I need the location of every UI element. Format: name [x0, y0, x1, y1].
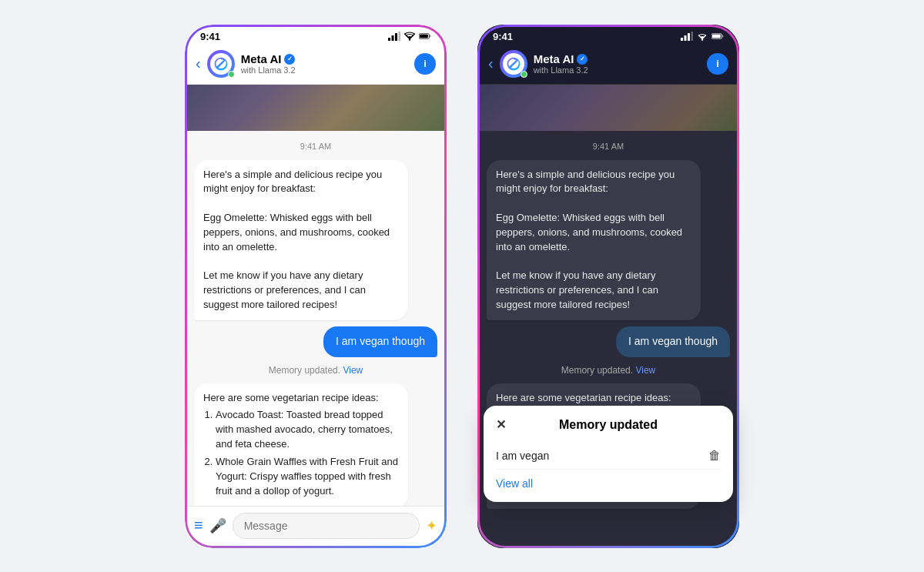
phone-2: 9:41: [477, 25, 739, 548]
memory-item: I am vegan 🗑: [496, 443, 721, 470]
meta-ai-logo-1: [213, 56, 229, 72]
signal-icon: [388, 32, 400, 41]
status-bar-2: 9:41: [477, 25, 739, 45]
svg-point-4: [409, 38, 410, 40]
online-indicator-1: [228, 71, 235, 78]
timestamp-2: 9:41 AM: [487, 142, 730, 151]
svg-rect-3: [399, 32, 401, 41]
status-time-2: 9:41: [493, 31, 513, 42]
header-info-1: Meta AI ✓ with Llama 3.2: [241, 52, 408, 75]
memory-popup-header: ✕ Memory updated: [496, 418, 721, 432]
battery-icon: [419, 32, 431, 41]
svg-rect-11: [691, 32, 694, 41]
memory-view-all[interactable]: View all: [496, 477, 721, 490]
memory-item-text: I am vegan: [496, 450, 549, 462]
svg-rect-1: [392, 35, 394, 41]
ai-bubble-2: Here are some vegetarian recipe ideas: A…: [194, 383, 408, 506]
chat-body-1[interactable]: 9:41 AM Here's a simple and delicious re…: [185, 131, 447, 506]
svg-rect-10: [688, 33, 690, 41]
meta-ai-logo-2: [506, 56, 521, 72]
svg-rect-9: [685, 35, 687, 41]
status-time-1: 9:41: [200, 31, 220, 42]
memory-view-link-2[interactable]: View: [635, 365, 655, 376]
header-name-2: Meta AI ✓: [534, 52, 701, 65]
memory-popup-title: Memory updated: [559, 418, 658, 432]
svg-rect-2: [395, 33, 397, 41]
message-input-1[interactable]: [233, 513, 420, 539]
wifi-icon-2: [696, 32, 708, 41]
sparkle-icon-1: ✦: [426, 517, 437, 534]
svg-point-12: [701, 38, 703, 40]
svg-rect-6: [430, 35, 430, 38]
menu-icon-1[interactable]: ≡: [194, 517, 203, 534]
input-bar-1: ≡ 🎤 ✦: [185, 506, 447, 548]
header-name-1: Meta AI ✓: [241, 52, 408, 65]
hero-image-2: [477, 85, 739, 131]
hero-placeholder-2: [477, 85, 739, 131]
hero-image-1: [185, 85, 447, 131]
status-icons-2: [681, 32, 724, 41]
verified-badge-1: ✓: [284, 54, 295, 65]
online-indicator-2: [521, 71, 527, 78]
header-subtitle-2: with Llama 3.2: [534, 65, 701, 75]
mic-icon-1[interactable]: 🎤: [209, 517, 226, 534]
svg-rect-8: [681, 38, 683, 41]
memory-close-button[interactable]: ✕: [496, 417, 506, 432]
memory-popup: ✕ Memory updated I am vegan 🗑 View all: [484, 406, 733, 502]
header-info-2: Meta AI ✓ with Llama 3.2: [534, 52, 701, 75]
phone-1: 9:41: [185, 25, 447, 548]
memory-notice-1: Memory updated. View: [194, 365, 437, 376]
wifi-icon: [403, 32, 416, 41]
ai-bubble-1: Here's a simple and delicious recipe you…: [194, 160, 408, 320]
back-button-1[interactable]: ‹: [196, 55, 201, 72]
avatar-2: [500, 50, 527, 78]
status-bar-1: 9:41: [185, 25, 447, 45]
timestamp-1: 9:41 AM: [194, 142, 437, 151]
battery-icon-2: [711, 32, 724, 41]
info-button-1[interactable]: i: [414, 53, 436, 75]
back-button-2[interactable]: ‹: [488, 55, 494, 72]
recipe-list-1: Avocado Toast: Toasted bread topped with…: [203, 408, 399, 498]
svg-rect-0: [388, 38, 390, 41]
memory-notice-2: Memory updated. View: [487, 365, 730, 376]
verified-badge-2: ✓: [577, 54, 588, 65]
chat-header-1: ‹: [185, 45, 447, 85]
status-icons-1: [388, 32, 431, 41]
list-item: Avocado Toast: Toasted bread topped with…: [216, 408, 399, 452]
signal-icon-2: [681, 32, 693, 41]
memory-delete-button[interactable]: 🗑: [708, 449, 721, 463]
svg-rect-7: [420, 35, 428, 38]
user-bubble-2: I am vegan though: [616, 326, 730, 357]
header-subtitle-1: with Llama 3.2: [241, 65, 408, 75]
list-item: Whole Grain Waffles with Fresh Fruit and…: [216, 455, 399, 499]
svg-rect-14: [722, 35, 723, 38]
info-button-2[interactable]: i: [707, 53, 728, 75]
avatar-1: [207, 50, 235, 78]
ai-bubble-2-1: Here's a simple and delicious recipe you…: [487, 160, 701, 320]
user-bubble-1: I am vegan though: [323, 326, 437, 357]
chat-header-2: ‹: [477, 45, 739, 85]
memory-view-link-1[interactable]: View: [343, 365, 363, 376]
svg-rect-15: [712, 35, 721, 38]
hero-placeholder-1: [185, 85, 447, 131]
